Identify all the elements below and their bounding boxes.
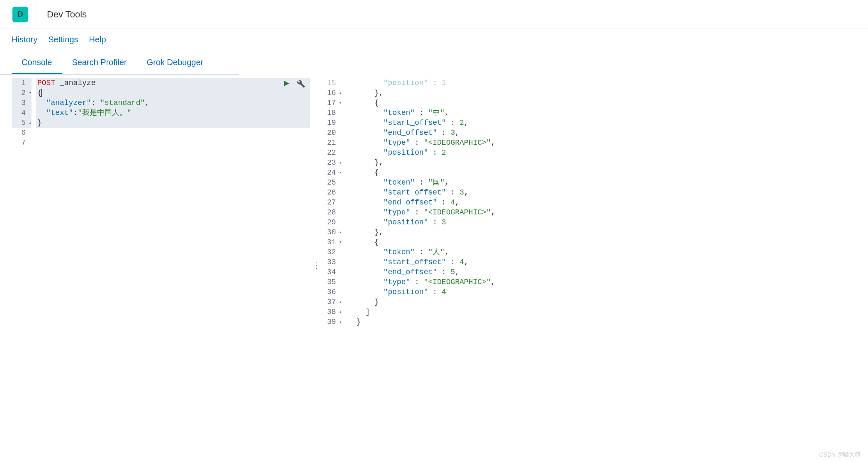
json-punc: : [410,278,423,286]
output-line: "position" : 4 [346,287,868,297]
json-punc: , [491,139,496,147]
json-punc: { [374,238,379,246]
line-number: 1 [21,78,26,88]
json-punc: { [374,99,379,107]
json-number: 4 [442,288,446,296]
json-key: "position" [383,79,428,87]
output-line: }, [346,158,868,168]
fold-toggle-icon[interactable]: ▾ [338,168,342,178]
line-number: 32 [327,247,336,257]
editor-code-area[interactable]: POST _analyze { "analyzer": "standard", … [36,78,310,453]
json-punc: , [455,198,460,207]
play-icon[interactable]: ▶ [284,79,289,89]
fold-toggle-icon[interactable]: ▴ [338,227,342,237]
tab-bar: Console Search Profiler Grok Debugger [12,48,239,74]
line-number: 15 [327,78,336,88]
line-number: 23 [327,158,336,168]
fold-toggle-icon[interactable]: ▴ [338,88,342,98]
line-number: 24 [327,168,336,178]
menu-history[interactable]: History [12,35,37,44]
request-method: POST [37,79,55,87]
json-key: "analyzer" [46,99,91,107]
json-punc: : [446,119,460,127]
json-punc: , [445,178,449,187]
json-punc: , [455,268,460,276]
json-punc: , [445,109,449,117]
json-number: 4 [450,198,455,207]
output-code-area[interactable]: "position" : 1 }, { "token" : "中", "star… [346,78,868,453]
json-punc: : [410,139,423,147]
wrench-icon[interactable] [297,80,305,88]
output-line: }, [346,88,868,98]
json-punc: : [428,148,441,157]
json-punc: : [415,248,428,256]
json-punc: }, [374,158,384,167]
line-number: 4 [21,108,26,118]
json-punc: , [464,119,469,127]
output-line: "type" : "<IDEOGRAPHIC>", [346,138,868,148]
output-line: "token" : "中", [346,108,868,118]
line-number: 3 [21,98,26,108]
line-number: 33 [327,257,336,267]
menu-settings[interactable]: Settings [48,35,78,44]
fold-toggle-icon[interactable]: ▴ [27,118,32,128]
json-punc: ] [365,308,370,316]
json-value: "我是中国人。" [78,109,131,117]
brace-close: } [37,119,42,127]
json-key: "type" [383,208,410,216]
json-punc: : [415,178,428,187]
request-editor[interactable]: 1 2▾ 3 4 5▴ 6 7 POST _analyze { "analyze… [12,78,310,453]
json-key: "start_offset" [383,119,446,127]
fold-toggle-icon[interactable]: ▴ [338,317,342,327]
menu-help[interactable]: Help [89,35,106,44]
fold-toggle-icon[interactable]: ▾ [338,237,342,247]
response-output[interactable]: 1516▴17▾181920212223▴24▾252627282930▴31▾… [322,78,868,453]
json-punc: : [437,268,450,276]
json-string: "<IDEOGRAPHIC>" [424,278,491,286]
line-number: 30 [327,227,336,237]
fold-toggle-icon[interactable]: ▴ [338,297,342,307]
output-line: { [346,168,868,178]
json-punc: , [455,129,460,137]
output-line: "end_offset" : 3, [346,128,868,138]
output-line: "type" : "<IDEOGRAPHIC>", [346,277,868,287]
json-string: "中" [428,109,445,117]
fold-toggle-icon[interactable]: ▾ [27,88,32,98]
output-line: }, [346,227,868,237]
tab-console[interactable]: Console [12,53,62,74]
line-number: 39 [327,317,336,327]
line-number: 5 [21,118,26,128]
output-line: ] [346,307,868,317]
json-key: "text" [46,109,73,117]
line-number: 21 [327,138,336,148]
json-number: 3 [460,188,464,197]
output-line: { [346,237,868,247]
json-punc: : [410,208,423,216]
json-string: "人" [428,248,445,256]
line-number: 26 [327,187,336,197]
json-punc: , [445,248,449,256]
json-punc: , [464,258,469,266]
pane-splitter[interactable]: ⋮ [310,78,322,453]
json-punc: , [491,278,496,286]
tab-search-profiler[interactable]: Search Profiler [62,53,136,74]
json-number: 1 [442,79,446,87]
line-number: 37 [327,297,336,307]
line-number: 6 [21,128,26,138]
json-punc: : [428,218,441,226]
line-number: 25 [327,178,336,187]
main-area: 1 2▾ 3 4 5▴ 6 7 POST _analyze { "analyze… [12,78,868,453]
menu-bar: History Settings Help [0,29,868,48]
fold-toggle-icon[interactable]: ▴ [338,307,342,317]
header-divider [36,0,36,29]
fold-toggle-icon[interactable]: ▴ [338,158,342,168]
json-value: "standard" [100,99,145,107]
json-punc: : [437,129,450,137]
fold-toggle-icon[interactable]: ▾ [338,98,342,108]
output-line: "start_offset" : 3, [346,187,868,197]
app-header: D Dev Tools [0,0,868,29]
app-icon: D [12,7,28,22]
tab-grok-debugger[interactable]: Grok Debugger [137,53,214,74]
json-number: 3 [450,129,455,137]
drag-handle-icon: ⋮ [312,264,320,267]
